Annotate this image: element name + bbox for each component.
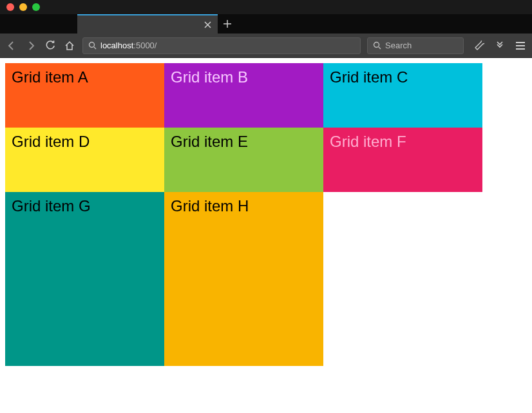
window-titlebar [0, 0, 532, 14]
search-icon [373, 41, 381, 50]
grid-item-h: Grid item H [164, 192, 323, 366]
home-button[interactable] [63, 39, 76, 52]
grid-item-e: Grid item E [164, 128, 323, 192]
forward-button[interactable] [24, 39, 37, 52]
navigation-toolbar: localhost:5000/ Search [0, 34, 532, 58]
search-box[interactable]: Search [367, 37, 464, 54]
zoom-window-button[interactable] [32, 3, 40, 11]
close-window-button[interactable] [6, 3, 14, 11]
minimize-window-button[interactable] [19, 3, 27, 11]
search-icon [88, 41, 97, 50]
address-bar[interactable]: localhost:5000/ [82, 37, 361, 54]
tab-strip [0, 14, 532, 34]
browser-tab-active[interactable] [77, 14, 218, 34]
grid-container: Grid item A Grid item B Grid item C Grid… [5, 63, 527, 366]
grid-item-b: Grid item B [164, 63, 323, 128]
developer-tools-icon[interactable] [473, 39, 486, 52]
close-tab-icon[interactable] [204, 21, 211, 28]
grid-item-g: Grid item G [5, 192, 164, 366]
svg-point-0 [90, 43, 95, 48]
reload-button[interactable] [44, 39, 57, 52]
overflow-icon[interactable] [493, 39, 506, 52]
grid-item-a: Grid item A [5, 63, 164, 128]
back-button[interactable] [5, 39, 18, 52]
url-host: localhost:5000/ [100, 41, 157, 50]
grid-item-d: Grid item D [5, 128, 164, 192]
menu-icon[interactable] [514, 39, 527, 52]
page-viewport: Grid item A Grid item B Grid item C Grid… [0, 58, 532, 413]
grid-item-f: Grid item F [323, 128, 482, 192]
search-placeholder: Search [385, 41, 412, 50]
new-tab-button[interactable] [218, 14, 237, 34]
grid-item-c: Grid item C [323, 63, 482, 128]
svg-point-1 [374, 43, 379, 48]
